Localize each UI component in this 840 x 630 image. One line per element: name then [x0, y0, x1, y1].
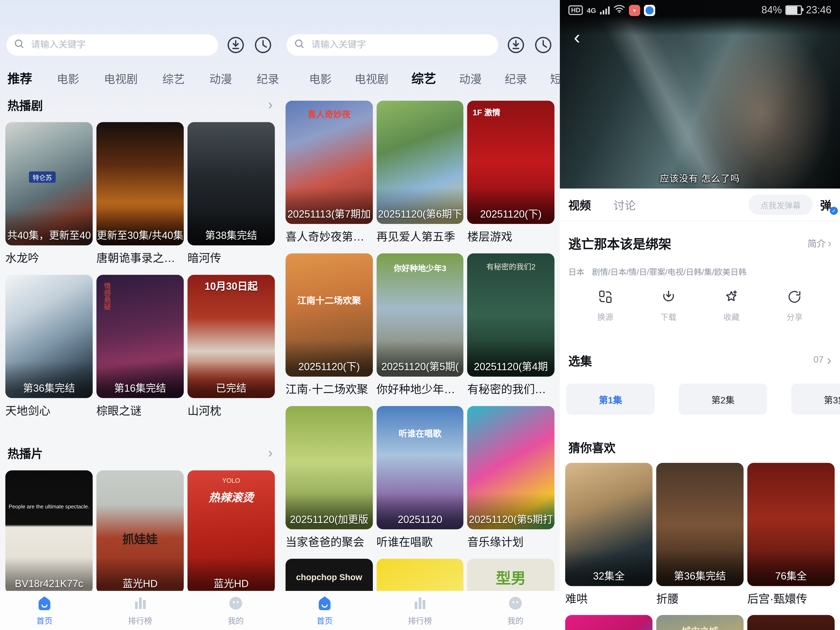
meta-genres: 剧情/日本/情/日/罪案/电视/日韩/集/欧美日韩	[592, 267, 747, 276]
poster-image: 第36集完结	[656, 463, 744, 586]
poster-title: 棕眼之谜	[96, 402, 184, 418]
category-tabs: 推荐 电影 电视剧 综艺 动漫 纪录	[8, 68, 280, 86]
download-button[interactable]: 下载	[660, 289, 676, 322]
tab-anime[interactable]: 动漫	[209, 70, 232, 86]
poster-card[interactable]: 听谁在唱歌 20251120 听谁在唱歌	[377, 406, 464, 549]
nav-ranking[interactable]: 排行榜	[122, 595, 159, 630]
tab-movie[interactable]: 电影	[309, 70, 332, 86]
poster-art-label: 有秘密的我们2	[467, 261, 554, 272]
poster-badge: 第36集完结	[656, 568, 744, 583]
tab-movie[interactable]: 电影	[57, 70, 79, 86]
tab-anime[interactable]: 动漫	[459, 70, 482, 86]
poster-card[interactable]: 第38集完结 暗河传	[188, 122, 275, 265]
tab-short[interactable]: 短	[550, 70, 560, 86]
poster-image: 有秘密的我们2 20251120(第4期	[467, 253, 554, 377]
poster-image: 32集全	[565, 463, 652, 586]
download-icon[interactable]	[226, 35, 245, 55]
poster-card[interactable]: YOLO 热辣滚烫 蓝光HD	[188, 471, 275, 594]
poster-card[interactable]: 20251120(第6期下 再见爱人第五季	[377, 101, 464, 244]
notification-app-icon: ▾	[629, 5, 640, 16]
poster-card[interactable]: 76集全 后宫·甄嬛传	[747, 463, 835, 606]
poster-art-label: 听谁在唱歌	[377, 426, 464, 439]
poster-card[interactable]: 江南十二场欢聚 20251120(下) 江南·十二场欢聚	[286, 253, 373, 396]
poster-image: 更新至30集/共40集	[96, 122, 184, 245]
poster-card[interactable]: 第36集完结 天地剑心	[5, 275, 93, 418]
tab-documentary[interactable]: 纪录	[257, 70, 279, 86]
tab-video[interactable]: 视频	[568, 197, 591, 213]
poster-card[interactable]: 10月30日起 已完结 山河枕	[188, 275, 275, 418]
tab-tv[interactable]: 电视剧	[104, 70, 138, 86]
poster-card[interactable]: 有秘密的我们2 20251120(第4期 有秘密的我们第…	[467, 253, 554, 396]
back-button[interactable]	[574, 28, 580, 47]
poster-badge: 20251113(第7期加	[286, 206, 373, 220]
poster-card[interactable]: 更新至30集/共40集 唐朝诡事录之长…	[96, 122, 184, 265]
search-icon	[13, 38, 25, 52]
tab-tv[interactable]: 电视剧	[355, 70, 388, 86]
poster-card[interactable]: 你好种地少年3 20251120(第5期( 你好种地少年第…	[377, 253, 464, 396]
poster-image[interactable]: 城中之城	[656, 615, 744, 630]
search-bar[interactable]	[6, 34, 218, 55]
tab-discussion[interactable]: 讨论	[613, 197, 636, 213]
download-icon[interactable]	[506, 35, 526, 55]
danmaku-input[interactable]: 点我发弹幕	[748, 194, 813, 215]
history-icon[interactable]	[534, 35, 553, 55]
chevron-right-icon	[828, 238, 831, 248]
search-input[interactable]	[310, 39, 491, 51]
poster-title: 山河枕	[188, 402, 275, 418]
nav-home[interactable]: 首页	[26, 595, 63, 630]
nav-ranking[interactable]: 排行榜	[401, 595, 439, 630]
share-button[interactable]: 分享	[786, 289, 802, 322]
episode-chip-2[interactable]: 第2集	[679, 384, 767, 415]
nav-mine[interactable]: 我的	[497, 595, 534, 630]
episode-chip-3[interactable]: 第3集	[791, 384, 840, 415]
tab-variety[interactable]: 综艺	[411, 68, 436, 86]
profile-icon	[227, 595, 244, 611]
poster-card[interactable]: 20251120(加更版 当家爸爸的聚会	[286, 406, 373, 549]
poster-card[interactable]: 特仑苏 共40集，更新至40 水龙吟	[5, 122, 93, 265]
poster-card[interactable]: 20251120(第5期打 音乐缘计划	[467, 406, 554, 549]
search-input[interactable]	[30, 39, 211, 51]
episodes-count[interactable]: 07	[813, 353, 831, 367]
poster-card[interactable]: 抓娃娃 蓝光HD	[96, 471, 184, 594]
poster-card[interactable]: 1F 激情 20251120(下) 楼层游戏	[467, 101, 554, 244]
intro-link[interactable]: 简介	[808, 236, 832, 249]
poster-card[interactable]: 喜人奇妙夜 20251113(第7期加 喜人奇妙夜第二…	[286, 101, 373, 244]
tab-recommend[interactable]: 推荐	[8, 68, 32, 86]
poster-art-label: 情感悬疑	[102, 283, 112, 310]
bar-chart-icon	[412, 595, 428, 611]
nav-mine[interactable]: 我的	[217, 595, 254, 630]
tab-variety[interactable]: 综艺	[163, 70, 185, 86]
tab-documentary[interactable]: 纪录	[505, 70, 527, 86]
episodes-header: 选集 07	[568, 352, 832, 369]
video-player[interactable]: HD 4G ▾ 84% 23:46 应该没有 怎么了吗	[560, 0, 840, 189]
poster-card[interactable]: People are the ultimate spectacle. BV18r…	[5, 471, 93, 594]
favorite-button[interactable]: 收藏	[723, 289, 739, 322]
poster-image: 你好种地少年3 20251120(第5期(	[377, 253, 464, 377]
battery-percent: 84%	[761, 4, 782, 16]
chevron-right-icon[interactable]	[268, 98, 273, 111]
chevron-right-icon[interactable]	[268, 446, 273, 459]
poster-image: 喜人奇妙夜 20251113(第7期加	[286, 101, 373, 224]
poster-image[interactable]	[565, 615, 652, 630]
screenshot-stage: 推荐 电影 电视剧 综艺 动漫 纪录 热播剧 特仑苏 共40集，更新至40 水龙…	[0, 0, 840, 630]
poster-card[interactable]: 情感悬疑 第16集完结 棕眼之谜	[96, 275, 184, 418]
clock-time: 23:46	[806, 4, 831, 16]
danmaku-toggle[interactable]: 弹	[820, 197, 831, 213]
search-bar[interactable]	[287, 34, 498, 55]
poster-image: 抓娃娃 蓝光HD	[96, 471, 184, 594]
recommend-title: 猜你喜欢	[568, 441, 616, 455]
episode-chip-1[interactable]: 第1集	[566, 384, 655, 415]
action-label: 分享	[786, 311, 802, 322]
history-icon[interactable]	[253, 35, 273, 55]
status-right: 84% 23:46	[761, 4, 831, 16]
nav-home[interactable]: 首页	[306, 595, 344, 630]
action-bar: 换源 下载 收藏 分享	[560, 289, 840, 322]
bar-chart-icon	[132, 595, 148, 611]
poster-card[interactable]: 第36集完结 折腰	[656, 463, 744, 606]
recommend-header: 猜你喜欢	[568, 438, 616, 455]
nav-label: 首页	[317, 614, 333, 626]
poster-image[interactable]	[747, 615, 835, 630]
change-source-button[interactable]: 换源	[597, 289, 613, 322]
poster-card[interactable]: 32集全 难哄	[565, 463, 652, 606]
signal-icon	[600, 6, 609, 14]
